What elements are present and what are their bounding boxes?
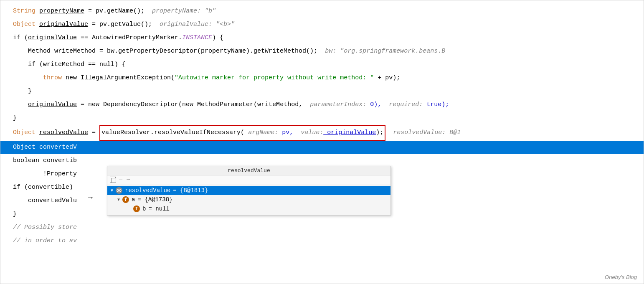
- red-box-highlight: valueResolver.resolveValueIfNecessary( a…: [99, 125, 385, 141]
- triangle-icon-1: ▼: [111, 188, 113, 193]
- code-line-18: // in order to av: [0, 234, 644, 248]
- var-value-resolvedValue: = {B@1813}: [173, 187, 208, 194]
- tooltip-nav: ← →: [107, 175, 390, 184]
- var-name-a: a: [132, 196, 135, 203]
- tooltip-popup: resolvedValue ← → ▼ oo resolvedValue = {…: [107, 166, 391, 216]
- kw-object-1: Object: [13, 18, 39, 31]
- hint-propertyName: propertyName: "b": [152, 5, 216, 18]
- code-line-3: if (originalValue == AutowiredPropertyMa…: [0, 31, 644, 45]
- tooltip-body: ▼ oo resolvedValue = {B@1813} ▼ f a = {A…: [107, 184, 390, 215]
- var-value-a: = {A@1738}: [137, 196, 172, 203]
- tooltip-row-resolvedValue[interactable]: ▼ oo resolvedValue = {B@1813}: [107, 186, 390, 195]
- arrow-indicator: →: [88, 193, 93, 202]
- code-line-7: }: [0, 85, 644, 98]
- code-line-8: originalValue = new DependencyDescriptor…: [0, 98, 644, 112]
- hint-originalValue: originalValue: "<b>": [160, 18, 235, 31]
- code-line-5: if (writeMethod == null) {: [0, 58, 644, 71]
- code-line-1: String propertyName = pv.getName(); prop…: [0, 5, 644, 18]
- kw-string: String: [13, 5, 39, 18]
- code-line-10: Object resolvedValue = valueResolver.res…: [0, 125, 644, 141]
- tooltip-row-a[interactable]: ▼ f a = {A@1738}: [107, 195, 390, 204]
- code-line-2: Object originalValue = pv.getValue(); or…: [0, 18, 644, 31]
- var-name-b: b: [142, 205, 146, 212]
- nav-forward-button[interactable]: →: [125, 176, 131, 183]
- tooltip-row-b[interactable]: f b = null: [107, 204, 390, 213]
- var-propertyName: propertyName: [39, 5, 84, 18]
- copy-icon[interactable]: [110, 177, 116, 183]
- var-originalValue: originalValue: [39, 18, 88, 31]
- var-value-b: = null: [148, 205, 169, 212]
- code-line-17: // Possibly store: [0, 221, 644, 234]
- triangle-icon-3: [126, 207, 131, 211]
- code-line-6: throw new IllegalArgumentException("Auto…: [0, 71, 644, 85]
- badge-f-1: f: [122, 196, 129, 203]
- code-line-9: }: [0, 112, 644, 125]
- code-line-11: Object convertedV: [0, 141, 644, 154]
- triangle-icon-2: ▼: [117, 198, 120, 202]
- main-container: String propertyName = pv.getName(); prop…: [0, 0, 644, 284]
- tooltip-header: resolvedValue: [107, 166, 390, 175]
- nav-back-button[interactable]: ←: [118, 176, 124, 183]
- var-name-resolvedValue: resolvedValue: [125, 187, 170, 194]
- code-line-4: Method writeMethod = bw.getPropertyDescr…: [0, 45, 644, 58]
- badge-oo-1: oo: [116, 187, 122, 194]
- watermark: Oneby's Blog: [605, 274, 637, 280]
- badge-f-2: f: [133, 205, 140, 212]
